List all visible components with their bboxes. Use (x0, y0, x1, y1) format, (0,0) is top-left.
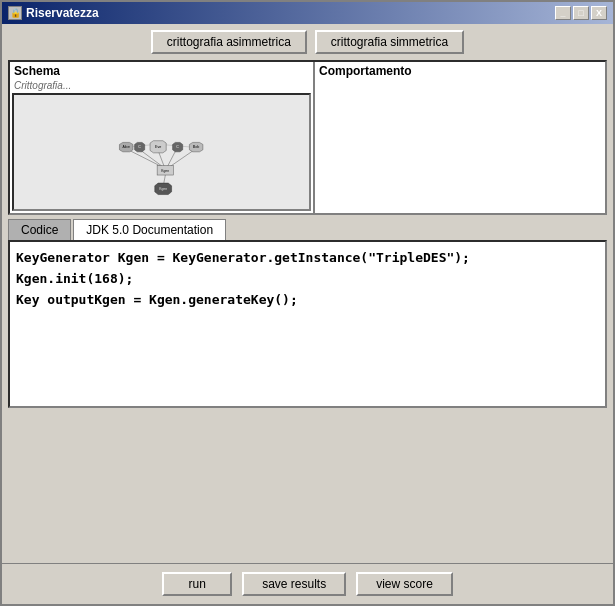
toolbar: crittografia asimmetrica crittografia si… (2, 24, 613, 60)
title-bar: 🔒 Riservatezza _ □ X (2, 2, 613, 24)
c1-label: C (138, 145, 141, 149)
title-bar-left: 🔒 Riservatezza (8, 6, 99, 20)
tab-codice[interactable]: Codice (8, 219, 71, 240)
symmetric-crypto-button[interactable]: crittografia simmetrica (315, 30, 464, 54)
main-window: 🔒 Riservatezza _ □ X crittografia asimme… (0, 0, 615, 606)
bottom-bar: run save results view score (2, 563, 613, 604)
save-results-button[interactable]: save results (242, 572, 346, 596)
code-line-2: Kgen.init(168); (16, 269, 599, 290)
tab-jdk[interactable]: JDK 5.0 Documentation (73, 219, 226, 240)
comportamento-label: Comportamento (315, 62, 605, 80)
code-area: KeyGenerator Kgen = KeyGenerator.getInst… (8, 240, 607, 407)
kgen2-label: Kgen (159, 187, 167, 191)
asymmetric-crypto-button[interactable]: crittografia asimmetrica (151, 30, 307, 54)
eve-label: Eve (155, 145, 161, 149)
code-line-1: KeyGenerator Kgen = KeyGenerator.getInst… (16, 248, 599, 269)
graph-svg: Alice C Eve C Bob (14, 95, 309, 209)
comportamento-panel: Comportamento (315, 62, 605, 213)
minimize-button[interactable]: _ (555, 6, 571, 20)
schema-graph: Alice C Eve C Bob (12, 93, 311, 211)
maximize-button[interactable]: □ (573, 6, 589, 20)
c2-label: C (176, 145, 179, 149)
window-title: Riservatezza (26, 6, 99, 20)
close-button[interactable]: X (591, 6, 607, 20)
schema-label: Schema (10, 62, 313, 80)
kgen-rect-label: Kgen (161, 169, 169, 173)
tabs-row: Codice JDK 5.0 Documentation (2, 215, 613, 240)
alice-label: Alice (123, 145, 130, 149)
window-controls: _ □ X (555, 6, 607, 20)
bob-label: Bob (193, 145, 200, 149)
schema-panel: Schema Crittografia... (10, 62, 315, 213)
app-icon: 🔒 (8, 6, 22, 20)
code-line-3: Key outputKgen = Kgen.generateKey(); (16, 290, 599, 311)
schema-subtitle: Crittografia... (10, 80, 313, 91)
run-button[interactable]: run (162, 572, 232, 596)
view-score-button[interactable]: view score (356, 572, 453, 596)
graph-container: Alice C Eve C Bob (14, 95, 309, 209)
main-panels: Schema Crittografia... (8, 60, 607, 215)
